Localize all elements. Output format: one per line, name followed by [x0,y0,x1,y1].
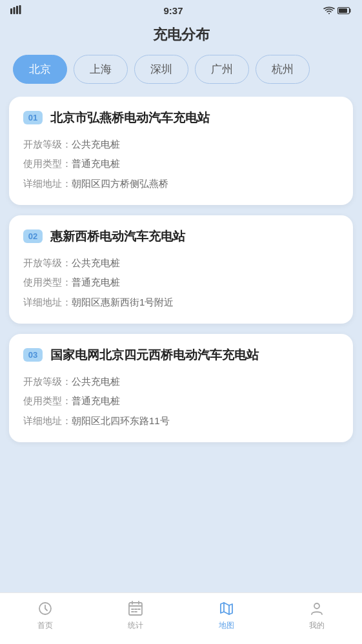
svg-rect-2 [16,6,18,14]
use-type-3: 使用类型：普通充电桩 [23,394,339,409]
svg-rect-3 [19,5,21,14]
svg-rect-0 [10,8,12,14]
open-level-label-3: 开放等级： [23,376,72,387]
address-label-3: 详细地址： [23,415,72,426]
page-title: 充电分布 [0,19,362,55]
station-number-3: 03 [23,348,43,362]
city-tab-hangzhou[interactable]: 杭州 [256,55,310,84]
open-level-label-2: 开放等级： [23,257,72,268]
bottom-nav: 首页 统计 [0,592,362,644]
address-2: 详细地址：朝阳区惠新西街1号附近 [23,295,339,310]
use-type-label-2: 使用类型： [23,277,72,288]
station-number-2: 02 [23,229,43,243]
open-level-2: 开放等级：公共充电桩 [23,256,339,271]
city-tab-shenzhen[interactable]: 深圳 [134,55,188,84]
status-bar: 9:37 [0,0,362,19]
address-3: 详细地址：朝阳区北四环东路11号 [23,414,339,429]
station-list: 01 北京市弘燕桥电动汽车充电站 开放等级：公共充电桩 使用类型：普通充电桩 详… [0,97,362,605]
use-type-label-1: 使用类型： [23,158,72,169]
station-card-2: 02 惠新西桥电动汽车充电站 开放等级：公共充电桩 使用类型：普通充电桩 详细地… [9,215,353,324]
open-level-1: 开放等级：公共充电桩 [23,137,339,152]
svg-rect-5 [339,8,347,13]
open-level-label-1: 开放等级： [23,139,72,150]
station-name-1: 北京市弘燕桥电动汽车充电站 [50,110,210,127]
city-tab-shanghai[interactable]: 上海 [74,55,128,84]
city-tab-beijing[interactable]: 北京 [13,55,67,84]
home-icon [36,600,54,618]
carrier-text [10,5,23,16]
svg-rect-1 [14,7,15,14]
station-name-2: 惠新西桥电动汽车充电站 [50,228,185,246]
nav-item-stats[interactable]: 统计 [90,600,181,631]
mine-icon [308,600,326,618]
nav-item-mine[interactable]: 我的 [272,600,362,631]
nav-label-map: 地图 [219,620,234,631]
station-name-3: 国家电网北京四元西桥电动汽车充电站 [50,347,259,364]
use-type-2: 使用类型：普通充电桩 [23,275,339,290]
station-card-1: 01 北京市弘燕桥电动汽车充电站 开放等级：公共充电桩 使用类型：普通充电桩 详… [9,97,353,205]
use-type-1: 使用类型：普通充电桩 [23,157,339,171]
address-label-2: 详细地址： [23,297,72,307]
stats-icon [126,600,145,618]
station-number-1: 01 [23,111,43,124]
map-icon [217,600,236,618]
nav-item-home[interactable]: 首页 [0,600,90,631]
address-label-1: 详细地址： [23,178,72,189]
card-header-3: 03 国家电网北京四元西桥电动汽车充电站 [23,347,339,364]
open-level-3: 开放等级：公共充电桩 [23,375,339,389]
use-type-label-3: 使用类型： [23,395,72,406]
city-tab-guangzhou[interactable]: 广州 [195,55,249,84]
card-info-3: 开放等级：公共充电桩 使用类型：普通充电桩 详细地址：朝阳区北四环东路11号 [23,375,339,429]
address-1: 详细地址：朝阳区四方桥侧弘燕桥 [23,177,339,191]
svg-point-18 [314,603,319,609]
card-header-2: 02 惠新西桥电动汽车充电站 [23,228,339,246]
nav-label-home: 首页 [37,620,53,631]
card-info-1: 开放等级：公共充电桩 使用类型：普通充电桩 详细地址：朝阳区四方桥侧弘燕桥 [23,137,339,191]
card-header-1: 01 北京市弘燕桥电动汽车充电站 [23,110,339,127]
station-card-3: 03 国家电网北京四元西桥电动汽车充电站 开放等级：公共充电桩 使用类型：普通充… [9,334,353,442]
city-tabs: 北京 上海 深圳 广州 杭州 [0,55,362,97]
nav-item-map[interactable]: 地图 [181,600,272,631]
nav-label-mine: 我的 [309,620,325,631]
card-info-2: 开放等级：公共充电桩 使用类型：普通充电桩 详细地址：朝阳区惠新西街1号附近 [23,256,339,310]
status-icons [323,6,352,15]
nav-label-stats: 统计 [128,620,143,631]
time-display: 9:37 [163,5,183,16]
